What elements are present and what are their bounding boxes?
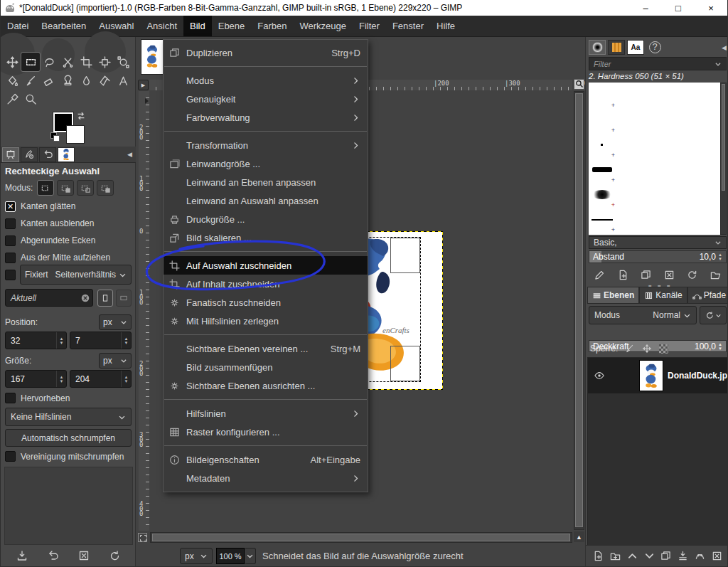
tool-rectangle-select[interactable] bbox=[21, 53, 40, 71]
zoom-level-input[interactable]: 100 % bbox=[216, 548, 245, 564]
brush-spacing-slider[interactable]: Abstand 10,0 ▲▼ bbox=[589, 250, 727, 263]
menubar-item-bild[interactable]: Bild bbox=[183, 16, 212, 36]
menu-item-mit-hilfslinien-zerlegen[interactable]: Mit Hilfslinien zerlegen bbox=[164, 312, 368, 330]
menu-item-bildeigenschaften[interactable]: BildeigenschaftenAlt+Eingabe bbox=[164, 450, 368, 469]
new-brush-button[interactable] bbox=[618, 270, 628, 280]
layer-name[interactable]: DonaldDuck.jp bbox=[668, 371, 727, 381]
lower-layer-button[interactable] bbox=[644, 551, 655, 561]
menu-item-hilfslinien[interactable]: Hilfslinien bbox=[164, 404, 368, 423]
portrait-orientation-button[interactable] bbox=[97, 290, 113, 307]
menubar-item-bearbeiten[interactable]: Bearbeiten bbox=[35, 16, 92, 36]
clear-icon[interactable] bbox=[81, 294, 90, 302]
menu-item-druckgröße[interactable]: Druckgröße ... bbox=[164, 210, 368, 228]
menubar-item-werkzeuge[interactable]: Werkzeuge bbox=[294, 16, 353, 36]
selection-mode-subtract[interactable] bbox=[77, 180, 94, 196]
dock-collapse-icon[interactable]: ◀ bbox=[722, 44, 727, 51]
brush-grid[interactable]: ★❋❋❋❋✹⁄⁄∴∵∵∴∴∵∵∴· ·· · ·· ·⁄‵⁄‵⁄ bbox=[589, 83, 720, 235]
tab-help[interactable]: ? bbox=[646, 40, 663, 55]
brush-item[interactable] bbox=[589, 83, 615, 107]
brush-item[interactable] bbox=[589, 182, 615, 207]
landscape-orientation-button[interactable] bbox=[116, 290, 132, 307]
menubar-item-hilfe[interactable]: Hilfe bbox=[430, 16, 461, 36]
position-x-spinner[interactable]: 32▲▼ bbox=[5, 332, 67, 349]
menu-item-leinwand-an-ebenen-anpassen[interactable]: Leinwand an Ebenen anpassen bbox=[164, 173, 368, 191]
visibility-eye-icon[interactable] bbox=[594, 371, 605, 381]
checkbox-kanten-ausblenden[interactable] bbox=[5, 218, 16, 229]
tool-crop[interactable] bbox=[77, 53, 95, 71]
menu-item-duplizieren[interactable]: DuplizierenStrg+D bbox=[164, 43, 368, 62]
new-group-button[interactable] bbox=[610, 551, 621, 561]
checkbox-aus-der-mitte-aufziehen[interactable] bbox=[5, 253, 16, 263]
selection-mode-intersect[interactable] bbox=[97, 180, 114, 196]
add-mask-button[interactable] bbox=[695, 551, 705, 561]
size-height-spinner[interactable]: 204▲▼ bbox=[70, 370, 132, 388]
tool-unified-transform[interactable] bbox=[95, 53, 114, 71]
menu-item-sichtbare-ebenen-vereinen[interactable]: Sichtbare Ebenen vereinen ...Strg+M bbox=[164, 339, 368, 358]
tool-smudge[interactable] bbox=[77, 71, 95, 90]
swap-colors-icon[interactable] bbox=[76, 111, 86, 121]
menu-item-bild-skalieren[interactable]: Bild skalieren ... bbox=[164, 228, 368, 247]
menu-item-genauigkeit[interactable]: Genauigkeit bbox=[164, 90, 368, 108]
brush-item[interactable] bbox=[589, 157, 615, 182]
maximize-button[interactable]: □ bbox=[662, 0, 695, 16]
menu-item-bild-zusammenfügen[interactable]: Bild zusammenfügen bbox=[164, 358, 368, 376]
menu-item-transformation[interactable]: Transformation bbox=[164, 136, 368, 154]
vertical-scrollbar[interactable] bbox=[574, 91, 584, 530]
brush-item[interactable] bbox=[589, 132, 615, 157]
horizontal-scrollbar[interactable] bbox=[150, 532, 572, 543]
tab-pfade[interactable]: Pfade bbox=[687, 287, 728, 304]
layer-mode-dropdown[interactable]: Modus Normal bbox=[589, 306, 697, 324]
tool-color-picker[interactable] bbox=[3, 90, 21, 108]
tab-fonts[interactable]: Aa bbox=[627, 40, 644, 55]
selection-mode-add[interactable] bbox=[57, 180, 74, 196]
menu-item-auf-inhalt-zuschneiden[interactable]: Auf Inhalt zuschneiden bbox=[164, 275, 368, 293]
dock-collapse-icon[interactable]: ◀ bbox=[127, 151, 132, 158]
checkbox-kanten-glätten[interactable]: ✕ bbox=[5, 201, 16, 212]
tool-eraser[interactable] bbox=[40, 71, 58, 90]
layer-row[interactable]: DonaldDuck.jp bbox=[588, 358, 727, 393]
menubar-item-farben[interactable]: Farben bbox=[251, 16, 293, 36]
auto-shrink-button[interactable]: Automatisch schrumpfen bbox=[5, 429, 132, 447]
tool-zoom[interactable] bbox=[21, 90, 40, 108]
menu-item-leinwandgröße[interactable]: Leinwandgröße ... bbox=[164, 154, 368, 173]
delete-layer-button[interactable] bbox=[712, 551, 722, 561]
guides-dropdown[interactable]: Keine Hilfslinien bbox=[5, 408, 132, 426]
menu-item-auf-auswahl-zuschneiden[interactable]: Auf Auswahl zuschneiden bbox=[164, 256, 368, 275]
brush-item[interactable] bbox=[589, 107, 615, 132]
tab-kanäle[interactable]: Kanäle bbox=[639, 287, 687, 304]
new-layer-button[interactable] bbox=[593, 551, 604, 561]
merge-down-button[interactable] bbox=[678, 551, 688, 561]
close-button[interactable]: × bbox=[695, 0, 727, 16]
tool-text[interactable] bbox=[114, 71, 132, 90]
refresh-brushes-button[interactable] bbox=[687, 270, 697, 280]
lock-alpha-icon[interactable] bbox=[659, 344, 668, 354]
fixed-dropdown[interactable]: Fixiert Seitenverhältnis bbox=[20, 265, 132, 285]
selection-handle-top-right[interactable] bbox=[390, 238, 420, 273]
lock-position-icon[interactable] bbox=[642, 344, 652, 354]
menubar-item-fenster[interactable]: Fenster bbox=[386, 16, 430, 36]
menu-item-fanatisch-zuschneiden[interactable]: Fanatisch zuschneiden bbox=[164, 293, 368, 312]
delete-tool-options-button[interactable] bbox=[78, 550, 90, 561]
brush-group-dropdown[interactable]: Basic, bbox=[589, 236, 727, 249]
menu-item-sichtbare-ebenen-ausrichten[interactable]: Sichtbare Ebenen ausrichten ... bbox=[164, 376, 368, 395]
tool-paintbrush[interactable] bbox=[21, 71, 40, 90]
brush-item[interactable] bbox=[589, 232, 615, 235]
brush-grid-scrollbar[interactable] bbox=[720, 83, 727, 235]
brush-item[interactable] bbox=[589, 207, 615, 232]
menubar-item-filter[interactable]: Filter bbox=[353, 16, 386, 36]
tool-handle-transform[interactable] bbox=[114, 53, 132, 71]
selection-mode-replace[interactable] bbox=[37, 180, 54, 196]
tab-image-thumbnail[interactable] bbox=[58, 147, 75, 162]
shrink-merged-checkbox[interactable] bbox=[5, 451, 16, 462]
checkbox-abgerundete-ecken[interactable] bbox=[5, 235, 16, 246]
delete-brush-button[interactable] bbox=[664, 270, 675, 280]
size-width-spinner[interactable]: 167▲▼ bbox=[5, 370, 67, 388]
aspect-value-input[interactable]: Aktuell bbox=[11, 293, 36, 303]
default-colors-icon[interactable] bbox=[50, 132, 58, 140]
canvas-menu-button[interactable]: ▶ bbox=[138, 80, 149, 90]
menu-item-metadaten[interactable]: Metadaten bbox=[164, 469, 368, 487]
quick-mask-toggle[interactable] bbox=[138, 533, 147, 542]
tab-tool-options[interactable] bbox=[2, 147, 19, 162]
minimize-button[interactable]: – bbox=[629, 0, 662, 16]
selection-handle-bottom-right[interactable] bbox=[390, 346, 420, 381]
